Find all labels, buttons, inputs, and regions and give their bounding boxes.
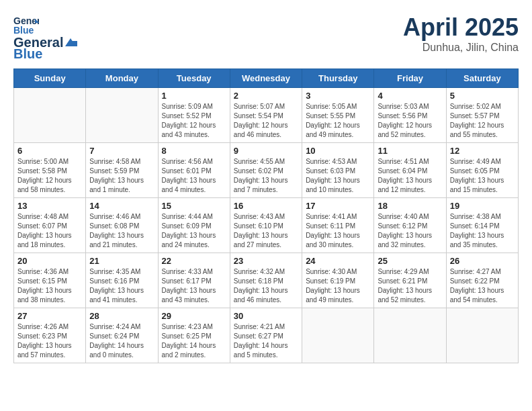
day-number: 13 xyxy=(17,201,82,211)
calendar-week-row: 1Sunrise: 5:09 AM Sunset: 5:52 PM Daylig… xyxy=(14,88,519,143)
day-number: 22 xyxy=(162,256,226,266)
day-info: Sunrise: 4:53 AM Sunset: 6:03 PM Dayligh… xyxy=(306,157,370,195)
day-number: 6 xyxy=(17,146,82,156)
calendar-table: SundayMondayTuesdayWednesdayThursdayFrid… xyxy=(13,68,519,363)
weekday-header-sunday: Sunday xyxy=(14,69,86,88)
calendar-day-cell: 4Sunrise: 5:03 AM Sunset: 5:56 PM Daylig… xyxy=(374,88,446,143)
calendar-day-cell: 25Sunrise: 4:29 AM Sunset: 6:21 PM Dayli… xyxy=(374,253,446,308)
calendar-day-cell: 10Sunrise: 4:53 AM Sunset: 6:03 PM Dayli… xyxy=(302,143,374,198)
day-info: Sunrise: 4:46 AM Sunset: 6:08 PM Dayligh… xyxy=(89,212,154,250)
day-number: 2 xyxy=(234,91,298,101)
day-info: Sunrise: 4:27 AM Sunset: 6:22 PM Dayligh… xyxy=(450,267,515,305)
logo-triangle-icon xyxy=(64,37,77,49)
calendar-day-cell: 28Sunrise: 4:24 AM Sunset: 6:24 PM Dayli… xyxy=(86,308,158,363)
calendar-day-cell: 9Sunrise: 4:55 AM Sunset: 6:02 PM Daylig… xyxy=(230,143,302,198)
calendar-day-cell: 29Sunrise: 4:23 AM Sunset: 6:25 PM Dayli… xyxy=(158,308,230,363)
day-info: Sunrise: 4:41 AM Sunset: 6:11 PM Dayligh… xyxy=(306,212,370,250)
day-info: Sunrise: 4:32 AM Sunset: 6:18 PM Dayligh… xyxy=(234,267,298,305)
day-info: Sunrise: 5:03 AM Sunset: 5:56 PM Dayligh… xyxy=(378,102,442,140)
day-info: Sunrise: 4:26 AM Sunset: 6:23 PM Dayligh… xyxy=(17,322,82,360)
day-number: 17 xyxy=(306,201,370,211)
day-number: 24 xyxy=(306,256,370,266)
weekday-header-thursday: Thursday xyxy=(302,69,374,88)
day-number: 8 xyxy=(162,146,226,156)
day-number: 27 xyxy=(17,311,82,321)
calendar-week-row: 13Sunrise: 4:48 AM Sunset: 6:07 PM Dayli… xyxy=(14,198,519,253)
calendar-week-row: 20Sunrise: 4:36 AM Sunset: 6:15 PM Dayli… xyxy=(14,253,519,308)
calendar-day-cell xyxy=(302,308,374,363)
weekday-header-friday: Friday xyxy=(374,69,446,88)
day-number: 30 xyxy=(234,311,298,321)
day-number: 12 xyxy=(450,146,515,156)
calendar-day-cell: 27Sunrise: 4:26 AM Sunset: 6:23 PM Dayli… xyxy=(14,308,86,363)
calendar-day-cell: 26Sunrise: 4:27 AM Sunset: 6:22 PM Dayli… xyxy=(446,253,518,308)
day-number: 9 xyxy=(234,146,298,156)
calendar-day-cell: 16Sunrise: 4:43 AM Sunset: 6:10 PM Dayli… xyxy=(230,198,302,253)
day-number: 16 xyxy=(234,201,298,211)
day-info: Sunrise: 4:21 AM Sunset: 6:27 PM Dayligh… xyxy=(234,322,298,360)
calendar-day-cell: 11Sunrise: 4:51 AM Sunset: 6:04 PM Dayli… xyxy=(374,143,446,198)
day-number: 1 xyxy=(162,91,226,101)
logo: General Blue General Blue xyxy=(13,13,78,62)
calendar-day-cell xyxy=(446,308,518,363)
page-header: General Blue General Blue April 2025 Dun… xyxy=(13,13,519,62)
day-number: 11 xyxy=(378,146,442,156)
svg-marker-4 xyxy=(71,41,77,46)
day-info: Sunrise: 4:30 AM Sunset: 6:19 PM Dayligh… xyxy=(306,267,370,305)
day-info: Sunrise: 4:38 AM Sunset: 6:14 PM Dayligh… xyxy=(450,212,515,250)
logo-blue: Blue xyxy=(13,46,42,62)
day-number: 10 xyxy=(306,146,370,156)
calendar-day-cell: 24Sunrise: 4:30 AM Sunset: 6:19 PM Dayli… xyxy=(302,253,374,308)
calendar-day-cell: 8Sunrise: 4:56 AM Sunset: 6:01 PM Daylig… xyxy=(158,143,230,198)
title-block: April 2025 Dunhua, Jilin, China xyxy=(403,13,519,54)
day-number: 15 xyxy=(162,201,226,211)
day-info: Sunrise: 4:56 AM Sunset: 6:01 PM Dayligh… xyxy=(162,157,226,195)
day-number: 28 xyxy=(89,311,154,321)
day-info: Sunrise: 4:23 AM Sunset: 6:25 PM Dayligh… xyxy=(162,322,226,360)
calendar-day-cell: 15Sunrise: 4:44 AM Sunset: 6:09 PM Dayli… xyxy=(158,198,230,253)
day-info: Sunrise: 4:58 AM Sunset: 5:59 PM Dayligh… xyxy=(89,157,154,195)
calendar-day-cell: 7Sunrise: 4:58 AM Sunset: 5:59 PM Daylig… xyxy=(86,143,158,198)
day-number: 5 xyxy=(450,91,515,101)
logo-icon: General Blue xyxy=(13,13,39,35)
day-info: Sunrise: 4:55 AM Sunset: 6:02 PM Dayligh… xyxy=(234,157,298,195)
day-info: Sunrise: 4:49 AM Sunset: 6:05 PM Dayligh… xyxy=(450,157,515,195)
weekday-header-tuesday: Tuesday xyxy=(158,69,230,88)
day-info: Sunrise: 4:44 AM Sunset: 6:09 PM Dayligh… xyxy=(162,212,226,250)
calendar-day-cell: 23Sunrise: 4:32 AM Sunset: 6:18 PM Dayli… xyxy=(230,253,302,308)
svg-text:Blue: Blue xyxy=(13,25,34,35)
day-info: Sunrise: 4:35 AM Sunset: 6:16 PM Dayligh… xyxy=(89,267,154,305)
calendar-day-cell: 12Sunrise: 4:49 AM Sunset: 6:05 PM Dayli… xyxy=(446,143,518,198)
calendar-day-cell: 20Sunrise: 4:36 AM Sunset: 6:15 PM Dayli… xyxy=(14,253,86,308)
calendar-day-cell: 13Sunrise: 4:48 AM Sunset: 6:07 PM Dayli… xyxy=(14,198,86,253)
calendar-week-row: 27Sunrise: 4:26 AM Sunset: 6:23 PM Dayli… xyxy=(14,308,519,363)
day-number: 21 xyxy=(89,256,154,266)
weekday-header-saturday: Saturday xyxy=(446,69,518,88)
day-info: Sunrise: 4:29 AM Sunset: 6:21 PM Dayligh… xyxy=(378,267,442,305)
day-number: 18 xyxy=(378,201,442,211)
day-info: Sunrise: 4:40 AM Sunset: 6:12 PM Dayligh… xyxy=(378,212,442,250)
calendar-day-cell: 30Sunrise: 4:21 AM Sunset: 6:27 PM Dayli… xyxy=(230,308,302,363)
weekday-header-row: SundayMondayTuesdayWednesdayThursdayFrid… xyxy=(14,69,519,88)
day-info: Sunrise: 5:00 AM Sunset: 5:58 PM Dayligh… xyxy=(17,157,82,195)
day-info: Sunrise: 5:07 AM Sunset: 5:54 PM Dayligh… xyxy=(234,102,298,140)
day-info: Sunrise: 5:05 AM Sunset: 5:55 PM Dayligh… xyxy=(306,102,370,140)
day-number: 14 xyxy=(89,201,154,211)
day-number: 26 xyxy=(450,256,515,266)
weekday-header-wednesday: Wednesday xyxy=(230,69,302,88)
day-info: Sunrise: 5:09 AM Sunset: 5:52 PM Dayligh… xyxy=(162,102,226,140)
calendar-day-cell xyxy=(14,88,86,143)
calendar-day-cell: 19Sunrise: 4:38 AM Sunset: 6:14 PM Dayli… xyxy=(446,198,518,253)
day-info: Sunrise: 4:33 AM Sunset: 6:17 PM Dayligh… xyxy=(162,267,226,305)
day-number: 25 xyxy=(378,256,442,266)
day-info: Sunrise: 4:48 AM Sunset: 6:07 PM Dayligh… xyxy=(17,212,82,250)
day-number: 4 xyxy=(378,91,442,101)
day-number: 20 xyxy=(17,256,82,266)
day-info: Sunrise: 5:02 AM Sunset: 5:57 PM Dayligh… xyxy=(450,102,515,140)
calendar-day-cell: 1Sunrise: 5:09 AM Sunset: 5:52 PM Daylig… xyxy=(158,88,230,143)
day-number: 7 xyxy=(89,146,154,156)
day-info: Sunrise: 4:51 AM Sunset: 6:04 PM Dayligh… xyxy=(378,157,442,195)
day-info: Sunrise: 4:36 AM Sunset: 6:15 PM Dayligh… xyxy=(17,267,82,305)
day-number: 3 xyxy=(306,91,370,101)
calendar-week-row: 6Sunrise: 5:00 AM Sunset: 5:58 PM Daylig… xyxy=(14,143,519,198)
